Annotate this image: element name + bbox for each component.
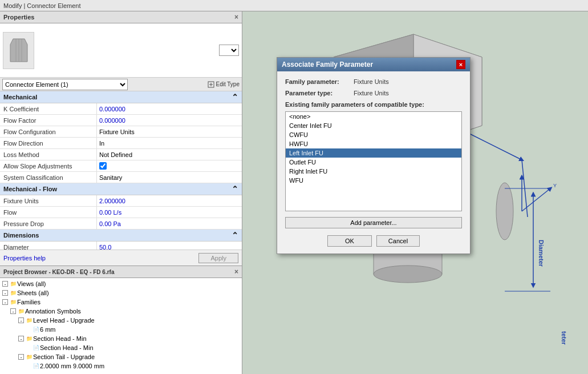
param-type-label: Parameter type: [285, 90, 354, 96]
prop-system-class: System Classification Sanitary [0, 172, 242, 183]
tree-section-head-min-item[interactable]: 📄 Section Head - Min [0, 343, 242, 352]
element-selector[interactable]: Connector Element (1) [2, 79, 128, 90]
section-mechanical: Mechanical ⌃ [0, 91, 242, 103]
prop-flow-config: Flow Configuration Fixture Units [0, 126, 242, 138]
folder-icon-level-head: 📁 [25, 316, 33, 324]
properties-title: Properties [3, 14, 34, 21]
prop-fixture-units: Fixture Units 2.000000 [0, 195, 242, 207]
prop-loss-method: Loss Method Not Defined [0, 149, 242, 160]
dialog-buttons: OK Cancel [285, 235, 462, 247]
folder-icon-section-head: 📁 [25, 335, 33, 343]
prop-pressure-drop: Pressure Drop 0.00 Pa [0, 218, 242, 230]
title-bar: Modify | Connector Element [0, 0, 588, 11]
folder-icon: 📁 [9, 280, 17, 288]
dialog-param-type-row: Parameter type: Fixture Units [285, 90, 462, 96]
tree-6mm[interactable]: 📄 6 mm [0, 325, 242, 334]
prop-flow: Flow 0.00 L/s [0, 207, 242, 218]
tree-sheets-all[interactable]: - 📁 Sheets (all) [0, 288, 242, 297]
svg-text:Diameter: Diameter [538, 240, 545, 267]
tree-expand-annotation[interactable]: - [10, 308, 16, 314]
tree-section-tail-item[interactable]: 📄 2.0000 mm 9.0000 mm [0, 361, 242, 371]
svg-point-14 [496, 183, 513, 240]
listbox-item-outlet[interactable]: Outlet FU [286, 158, 461, 167]
listbox-item-left-inlet[interactable]: Left Inlet FU [286, 148, 461, 158]
edit-type-label: Edit Type [216, 81, 240, 87]
browser-title: Project Browser - KEO-DR - EQ - FD 6.rfa [3, 269, 114, 275]
preview-icon [3, 32, 34, 69]
properties-panel-header: Properties × [0, 11, 242, 23]
section-mechanical-flow: Mechanical - Flow ⌃ [0, 183, 242, 195]
listbox-item-cwfu[interactable]: CWFU [286, 130, 461, 139]
properties-help-link[interactable]: Properties help [3, 255, 46, 262]
prop-diameter: Diameter 50.0 [0, 242, 242, 250]
prop-k-coefficient: K Coefficient 0.000000 [0, 103, 242, 115]
family-param-value: Fixture Units [354, 78, 389, 85]
param-type-value: Fixture Units [354, 90, 389, 96]
prop-allow-slope: Allow Slope Adjustments [0, 160, 242, 172]
listbox-item-center-inlet[interactable]: Center Inlet FU [286, 121, 461, 130]
left-panel: Properties × [0, 11, 242, 374]
tree-annotation-symbols[interactable]: - 📁 Annotation Symbols [0, 307, 242, 316]
project-browser: Project Browser - KEO-DR - EQ - FD 6.rfa… [0, 266, 242, 374]
selector-row: Connector Element (1) Edit Type [0, 78, 242, 91]
dialog-title: Associate Family Parameter [282, 61, 373, 69]
dialog-listbox[interactable]: <none> Center Inlet FU CWFU HWFU Left In… [285, 111, 462, 211]
tree-expand-section-head[interactable]: - [18, 336, 24, 341]
cad-viewport: Diameter Y teter Associate Family Parame… [242, 11, 588, 374]
tree-section-tail[interactable]: - 📁 Section Tail - Upgrade [0, 352, 242, 361]
dialog-body: Family parameter: Fixture Units Paramete… [277, 71, 470, 254]
properties-panel: Properties × [0, 11, 242, 266]
tree-expand-views[interactable]: - [2, 281, 8, 287]
listbox-item-none[interactable]: <none> [286, 112, 461, 121]
add-parameter-button[interactable]: Add parameter... [285, 217, 462, 228]
prop-flow-factor: Flow Factor 0.000000 [0, 115, 242, 126]
preview-dropdown[interactable] [219, 45, 239, 56]
svg-text:teter: teter [561, 331, 567, 345]
svg-point-13 [374, 266, 442, 283]
folder-icon-annotation: 📁 [17, 307, 25, 315]
tree-expand-section-tail[interactable]: - [18, 354, 24, 360]
item-icon-section-head: 📄 [32, 344, 40, 352]
edit-type-button[interactable]: Edit Type [208, 81, 240, 88]
dialog-titlebar: Associate Family Parameter × [277, 58, 470, 71]
tree-expand-families[interactable]: - [2, 299, 8, 305]
folder-icon-section-tail: 📁 [25, 353, 33, 361]
dialog-ok-button[interactable]: OK [327, 235, 372, 247]
item-icon-6mm: 📄 [32, 325, 40, 333]
svg-text:Y: Y [553, 183, 557, 188]
listbox-item-hwfu[interactable]: HWFU [286, 139, 461, 148]
listbox-item-wfu[interactable]: WFU [286, 176, 461, 185]
listbox-item-right-inlet[interactable]: Right Inlet FU [286, 167, 461, 176]
dialog-family-param-row: Family parameter: Fixture Units [285, 78, 462, 85]
properties-table: Mechanical ⌃ K Coefficient 0.000000 Flow… [0, 91, 242, 250]
edit-icon [208, 81, 214, 88]
dialog-cancel-button[interactable]: Cancel [376, 235, 420, 247]
associate-family-param-dialog: Associate Family Parameter × Family para… [277, 57, 471, 254]
browser-close-button[interactable]: × [234, 268, 238, 276]
tree-expand-level-head[interactable]: - [18, 317, 24, 323]
family-param-label: Family parameter: [285, 78, 354, 85]
tree-level-head[interactable]: - 📁 Level Head - Upgrade [0, 316, 242, 325]
tree-views-all[interactable]: - 📁 Views (all) [0, 279, 242, 288]
tree-expand-sheets[interactable]: - [2, 290, 8, 296]
properties-close-button[interactable]: × [234, 13, 238, 21]
apply-button[interactable]: Apply [198, 253, 238, 263]
item-icon-section-tail: 📄 [32, 362, 40, 370]
prop-flow-dir: Flow Direction In [0, 138, 242, 149]
section-dimensions: Dimensions ⌃ [0, 230, 242, 242]
preview-area [0, 23, 242, 78]
properties-footer: Properties help Apply [0, 250, 242, 266]
dialog-list-label: Existing family parameters of compatible… [285, 101, 462, 108]
connector-preview-svg [7, 36, 30, 65]
browser-tree: - 📁 Views (all) - 📁 Sheets (all) - 📁 Fam… [0, 278, 242, 374]
tree-families[interactable]: - 📁 Families [0, 297, 242, 307]
browser-header: Project Browser - KEO-DR - EQ - FD 6.rfa… [0, 266, 242, 278]
folder-icon-sheets: 📁 [9, 289, 17, 297]
allow-slope-checkbox[interactable] [99, 162, 107, 170]
title-text: Modify | Connector Element [3, 2, 81, 9]
dialog-close-button[interactable]: × [456, 60, 465, 69]
folder-icon-families: 📁 [9, 298, 17, 306]
tree-section-head-min[interactable]: - 📁 Section Head - Min [0, 334, 242, 343]
